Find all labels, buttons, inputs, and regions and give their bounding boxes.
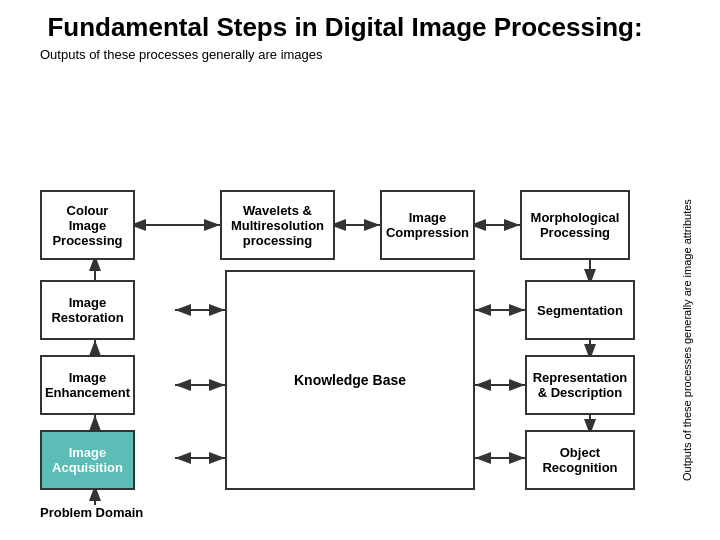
image-acquisition-box: Image Acquisition [40, 430, 135, 490]
morphological-box: Morphological Processing [520, 190, 630, 260]
object-recognition-box: Object Recognition [525, 430, 635, 490]
image-enhancement-box: Image Enhancement [40, 355, 135, 415]
right-vertical-label: Outputs of these processes generally are… [674, 130, 700, 540]
main-title: Fundamental Steps in Digital Image Proce… [0, 0, 720, 47]
knowledge-base-box: Knowledge Base [225, 270, 475, 490]
problem-domain-label: Problem Domain [40, 505, 143, 520]
segmentation-box: Segmentation [525, 280, 635, 340]
image-compression-box: Image Compression [380, 190, 475, 260]
image-restoration-box: Image Restoration [40, 280, 135, 340]
subtitle: Outputs of these processes generally are… [40, 47, 720, 62]
representation-box: Representation & Description [525, 355, 635, 415]
wavelets-box: Wavelets & Multiresolution processing [220, 190, 335, 260]
colour-image-box: Colour Image Processing [40, 190, 135, 260]
